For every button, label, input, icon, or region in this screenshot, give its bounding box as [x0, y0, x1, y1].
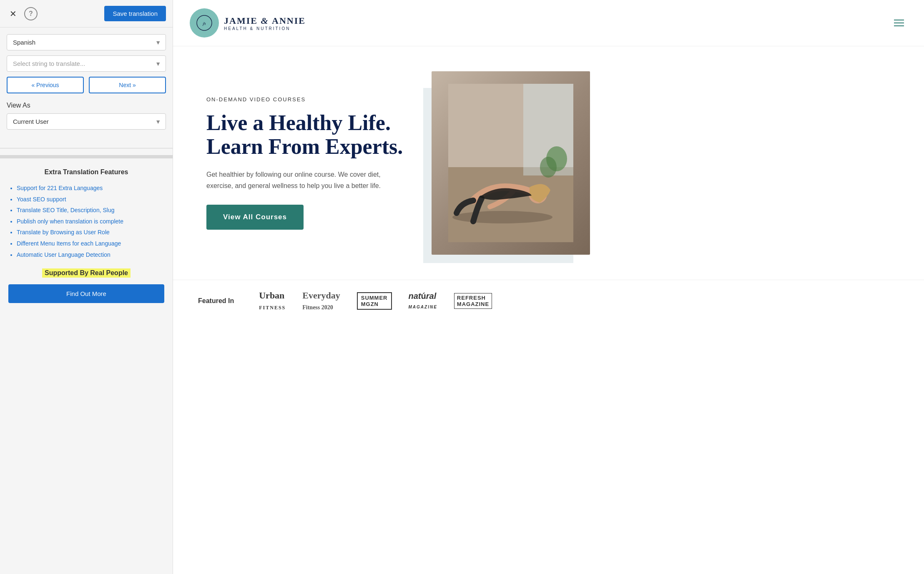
site-header: jh JAMIE & ANNIE HEALTH & NUTRITION [173, 0, 924, 46]
svg-text:jh: jh [202, 22, 206, 26]
extra-features-section: Extra Translation Features Support for 2… [0, 158, 173, 311]
list-item: Translate by Browsing as User Role [17, 227, 164, 238]
brand-everyday: EverydayFitness 2020 [302, 290, 340, 312]
save-translation-button[interactable]: Save translation [104, 6, 166, 21]
close-button[interactable]: ✕ [7, 8, 19, 20]
nav-buttons: « Previous Next » [7, 77, 166, 93]
close-icon: ✕ [10, 9, 17, 19]
yoga-image-placeholder [432, 71, 590, 255]
logo-circle-icon: jh [196, 15, 213, 31]
features-list: Support for 221 Extra Languages Yoast SE… [8, 183, 164, 260]
string-dropdown-wrapper: Select string to translate... ▼ [7, 55, 166, 72]
hamburger-menu-button[interactable] [891, 16, 907, 30]
language-dropdown-wrapper: Spanish French German ▼ [7, 34, 166, 50]
hero-tag: ON-DEMAND VIDEO COURSES [206, 96, 407, 103]
help-button[interactable]: ? [24, 7, 38, 20]
brand-summer: SUMMERMGZN [357, 292, 392, 310]
brand-urban: UrbanFITNESS [259, 290, 286, 312]
list-item: Different Menu Items for each Language [17, 238, 164, 249]
help-icon: ? [29, 10, 33, 18]
hero-text: ON-DEMAND VIDEO COURSES Live a Healthy L… [206, 96, 407, 230]
svg-point-6 [540, 157, 557, 178]
list-item: Yoast SEO support [17, 194, 164, 205]
logo-circle: jh [190, 8, 219, 38]
list-item: Publish only when translation is complet… [17, 216, 164, 227]
logo-tagline: HEALTH & NUTRITION [224, 26, 306, 31]
hamburger-line [894, 20, 904, 20]
extra-features-title: Extra Translation Features [8, 168, 164, 176]
view-as-dropdown[interactable]: Current User Guest Admin [7, 113, 166, 130]
list-item: Automatic User Language Detection [17, 249, 164, 261]
find-out-more-button[interactable]: Find Out More [8, 284, 164, 303]
list-item: Translate SEO Title, Description, Slug [17, 205, 164, 216]
divider-1 [0, 148, 173, 148]
hero-section: ON-DEMAND VIDEO COURSES Live a Healthy L… [173, 46, 924, 280]
brand-natural: natúralMAGAZINE [409, 291, 437, 311]
thick-divider [0, 155, 173, 158]
hero-image-wrapper [432, 71, 590, 255]
left-content: Spanish French German ▼ Select string to… [0, 28, 173, 141]
hamburger-line [894, 25, 904, 26]
supported-by-label: Supported By Real People [42, 268, 131, 278]
previous-button[interactable]: « Previous [7, 77, 84, 93]
hero-title: Live a Healthy Life. Learn From Experts. [206, 111, 407, 158]
brand-refresh: REFRESHMAGAZINE [454, 293, 492, 309]
view-all-courses-button[interactable]: View All Courses [206, 205, 304, 230]
top-bar: ✕ ? Save translation [0, 0, 173, 28]
main-content: jh JAMIE & ANNIE HEALTH & NUTRITION ON-D… [173, 0, 924, 574]
featured-bar: Featured In UrbanFITNESS EverydayFitness… [173, 280, 924, 322]
site-logo: jh JAMIE & ANNIE HEALTH & NUTRITION [190, 8, 306, 38]
hamburger-line [894, 23, 904, 23]
svg-point-7 [452, 211, 552, 223]
logo-brand-name: JAMIE & ANNIE [224, 15, 306, 26]
hero-description: Get healthier by following our online co… [206, 169, 407, 191]
logo-text: JAMIE & ANNIE HEALTH & NUTRITION [224, 15, 306, 31]
translation-panel: ✕ ? Save translation Spanish French Germ… [0, 0, 173, 574]
featured-label: Featured In [198, 297, 234, 305]
next-button[interactable]: Next » [89, 77, 166, 93]
string-dropdown[interactable]: Select string to translate... [7, 55, 166, 72]
hero-image [432, 71, 590, 255]
list-item: Support for 221 Extra Languages [17, 183, 164, 194]
language-dropdown[interactable]: Spanish French German [7, 34, 166, 50]
view-as-dropdown-wrapper: Current User Guest Admin ▼ [7, 113, 166, 130]
view-as-label: View As [7, 102, 166, 109]
yoga-figure-svg [448, 84, 573, 242]
